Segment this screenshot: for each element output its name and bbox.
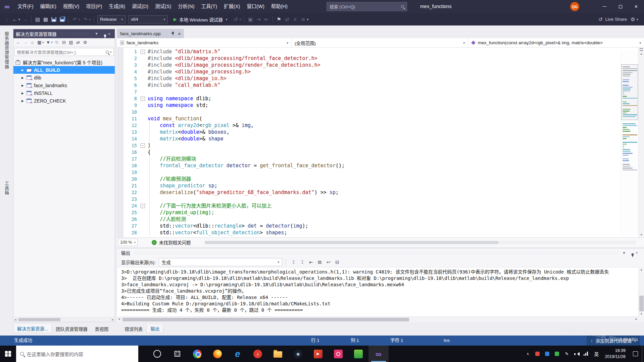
out-next-message-icon[interactable]: ↧ [298, 259, 307, 265]
project-dropdown[interactable]: face_landmarks ▾ [117, 38, 292, 47]
scroll-up-icon[interactable]: ▲ [639, 52, 644, 55]
media-player-icon[interactable]: ▶ [308, 346, 328, 362]
project-node-zero_check[interactable]: ▶++ZERO_CHECK [13, 97, 115, 105]
minimize-button[interactable] [597, 0, 612, 13]
solution-explorer-hscrollbar[interactable]: ◀ ▶ [13, 317, 115, 322]
out-word-wrap-icon[interactable]: ↩ [324, 259, 333, 265]
network-icon[interactable] [581, 352, 591, 356]
live-share-label[interactable]: Live Share [605, 17, 627, 22]
tray-music-icon[interactable] [535, 352, 540, 356]
cursor-char-indicator[interactable]: 字符 1 [390, 336, 403, 346]
expand-collapse-arrow-icon[interactable]: ▶ [21, 99, 27, 103]
out-go-to-icon[interactable]: ⇤ [307, 259, 315, 265]
se-show-all-files-icon[interactable]: ▤ [67, 40, 75, 45]
menu-item-5[interactable]: 调试(D) [129, 0, 152, 13]
member-dropdown[interactable]: mex_function(const array2d<rgb_pixel>& i… [468, 38, 644, 47]
cursor-line-indicator[interactable]: 行 1 [311, 336, 319, 346]
se-home-icon[interactable]: ⌂ [29, 40, 36, 45]
project-node-dlib[interactable]: ▶++dlib [13, 74, 115, 81]
fold-marker-icon[interactable] [139, 202, 146, 209]
se-back-icon[interactable]: ← [15, 40, 22, 45]
scroll-right-icon[interactable]: ▶ [636, 318, 637, 320]
tab-pin-icon[interactable] [171, 31, 175, 36]
scroll-left-icon[interactable]: ◀ [118, 318, 120, 320]
output-source-dropdown[interactable]: 生成 ▾ [159, 258, 282, 266]
se-refresh-icon[interactable]: ↻ [53, 40, 60, 45]
maximize-button[interactable] [612, 0, 628, 13]
fold-marker-icon[interactable] [139, 95, 146, 102]
menu-item-10[interactable]: 窗口(W) [243, 0, 267, 13]
scope-dropdown[interactable]: (全局范围) ▾ [292, 38, 468, 47]
close-button[interactable]: × [628, 0, 644, 13]
minimap[interactable] [621, 50, 638, 235]
project-node-face_landmarks[interactable]: ▶++face_landmarks [13, 81, 115, 89]
solution-root-node[interactable]: 解决方案"mex_functions"(第 5 个项目) [13, 58, 115, 66]
code-editor[interactable]: 1#include "dlib/matrix.h"2#include <dlib… [117, 48, 644, 237]
scroll-up-icon[interactable]: ▲ [639, 268, 644, 271]
redo-dropdown-icon[interactable]: ▾ [88, 18, 92, 21]
scrollbar-thumb[interactable] [639, 296, 644, 311]
tray-app-blue-icon[interactable] [545, 352, 549, 356]
scroll-right-icon[interactable]: ▶ [112, 318, 114, 321]
solution-platform-dropdown[interactable]: x64▾ [128, 15, 168, 23]
tab-solution-explorer[interactable]: 解决方案资源... [13, 324, 52, 333]
toolbar-overflow-icon[interactable]: ▾ [306, 18, 309, 21]
output-hscrollbar[interactable]: ◀ ▶ [117, 316, 638, 322]
editor-hscrollbar[interactable] [204, 241, 636, 244]
insert-mode-indicator[interactable]: Ins [444, 336, 450, 346]
nav-backward-dropdown-icon[interactable]: ▾ [17, 18, 21, 21]
tab-output[interactable]: 输出 [146, 324, 163, 333]
expand-collapse-arrow-icon[interactable]: ▶ [21, 76, 27, 79]
se-forward-icon[interactable]: → [22, 40, 29, 45]
se-filter-dropdown-icon[interactable]: ▾ [50, 41, 53, 44]
tab-team-explorer[interactable]: 团队资源管理器 [52, 324, 91, 333]
firefox-icon[interactable] [207, 346, 228, 362]
se-sync-active-document-icon[interactable]: ⇄ [75, 40, 82, 45]
menu-item-4[interactable]: 生成(B) [106, 0, 129, 13]
solution-explorer-header[interactable]: 解决方案资源管理器 ▾ × [13, 29, 115, 38]
editor-vscrollbar[interactable]: ▲ ▼ [638, 48, 644, 237]
menu-item-3[interactable]: 项目(P) [83, 0, 105, 13]
expand-collapse-arrow-icon[interactable]: ▶ [21, 92, 27, 95]
user-avatar[interactable]: QG [570, 2, 579, 11]
build-icon[interactable]: ▣ [246, 16, 254, 22]
window-position-dropdown-icon[interactable]: ▾ [621, 251, 627, 255]
expand-collapse-arrow-icon[interactable]: ▶ [21, 68, 27, 72]
close-panel-icon[interactable]: × [634, 251, 640, 255]
solution-search-input[interactable]: 搜索解决方案资源管理器(Ctrl+;) ▾ [14, 48, 114, 56]
project-node-install[interactable]: ▶++INSTALL [13, 89, 115, 97]
menu-item-9[interactable]: 扩展(X) [220, 0, 243, 13]
photos-app-icon[interactable] [348, 346, 368, 362]
close-panel-icon[interactable]: × [106, 32, 112, 36]
file-explorer-icon[interactable] [268, 346, 288, 362]
action-center-button[interactable] [629, 346, 642, 362]
debug-target-dropdown-icon[interactable]: ▾ [238, 18, 242, 21]
fold-marker-icon[interactable] [139, 142, 146, 149]
scrollbar-thumb[interactable] [18, 318, 60, 321]
out-clear-all-icon[interactable]: ⊠ [315, 259, 324, 265]
menu-item-6[interactable]: 测试(S) [152, 0, 175, 13]
show-desktop-button[interactable] [642, 346, 644, 362]
taskbar-clock[interactable]: 16:39 2019/11/26 [602, 348, 629, 360]
scroll-left-icon[interactable]: ◀ [14, 318, 16, 321]
menu-item-1[interactable]: 编辑(E) [37, 0, 60, 13]
save-icon[interactable] [51, 17, 56, 22]
se-properties-icon[interactable]: ⚙ [82, 40, 89, 45]
window-position-dropdown-icon[interactable]: ▾ [93, 32, 100, 36]
splitter-handle-icon[interactable] [640, 48, 643, 51]
navigate-bookmark-icon[interactable]: ⇄ [283, 16, 291, 22]
menu-item-7[interactable]: 分析(N) [175, 0, 198, 13]
undo-dropdown-icon[interactable]: ▾ [78, 18, 81, 21]
se-collapse-all-icon[interactable]: ⊟ [60, 40, 67, 45]
search-options-dropdown-icon[interactable]: ▾ [109, 51, 113, 54]
scrollbar-thumb[interactable] [122, 318, 409, 321]
se-switch-views-dropdown-icon[interactable]: ▾ [42, 41, 45, 44]
fold-marker-icon[interactable] [139, 48, 146, 55]
scroll-down-icon[interactable]: ▼ [639, 312, 644, 315]
tray-expand-icon[interactable]: ∧ [523, 352, 533, 356]
tab-error-list[interactable]: 错误列表 [121, 324, 146, 333]
tab-close-icon[interactable]: × [178, 31, 181, 37]
cortana-icon[interactable] [147, 346, 167, 362]
step-over-icon[interactable]: ⇥ [254, 16, 262, 22]
bookmark-icon[interactable]: ⚑ [275, 16, 283, 22]
